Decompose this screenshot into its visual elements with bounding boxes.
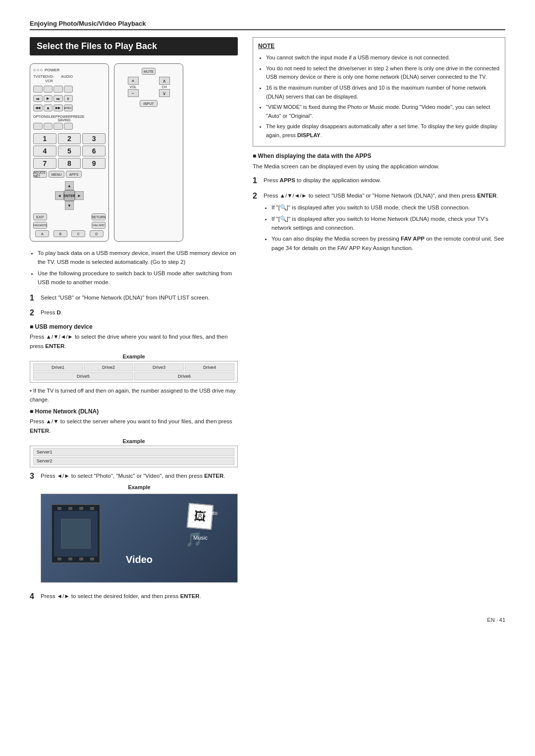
btn-sleep[interactable] xyxy=(44,123,53,130)
option-btn-row xyxy=(33,123,73,130)
btn-9[interactable]: 9 xyxy=(82,158,106,169)
section-header: Enjoying Photo/Music/Video Playback xyxy=(30,20,505,30)
power-dots xyxy=(33,69,43,71)
btn-a[interactable]: A xyxy=(35,230,49,237)
number-grid: 1 2 3 4 5 ○ 6 7 8 9 xyxy=(33,133,106,169)
btn-8[interactable]: 8 xyxy=(58,158,81,169)
usb-example-box: Drive1 Drive2 Drive3 Drive4 Drive5 Drive… xyxy=(30,361,238,383)
btn-ch-down[interactable]: ∨ xyxy=(159,89,170,97)
device-btn-row xyxy=(33,86,73,93)
btn-rew[interactable]: ◀◀ xyxy=(33,104,43,111)
step-4-content: Press ◄/► to select the desired folder, … xyxy=(41,592,238,602)
btn-up[interactable]: ▲ xyxy=(65,181,74,190)
btn-powersaving[interactable] xyxy=(54,123,63,130)
apps-step-2-content: Press ▲/▼/◄/► to select "USB Media" or "… xyxy=(264,191,505,258)
apps-step-1-num: 1 xyxy=(253,176,261,186)
right-column: NOTE You cannot switch the input mode if… xyxy=(253,37,505,607)
btn-menu[interactable]: MENU xyxy=(49,171,64,178)
apps-step-1: 1 Press APPS to display the application … xyxy=(253,176,505,186)
btn-input[interactable]: INPUT xyxy=(140,100,158,107)
btn-apps[interactable]: APPS xyxy=(66,171,82,178)
btn-pause[interactable]: ⏸ xyxy=(64,95,73,102)
btn-2[interactable]: 2 xyxy=(58,133,81,144)
fav-row: FAVORITE FAV APP xyxy=(33,222,106,229)
step-2-num: 2 xyxy=(30,308,38,318)
step-1-num: 1 xyxy=(30,293,38,303)
btn-ff[interactable]: ▶▶ xyxy=(54,104,63,111)
btn-stb[interactable] xyxy=(44,86,53,93)
step-2: 2 Press D. xyxy=(30,308,238,318)
home-example-label: Example xyxy=(30,438,238,444)
btn-left[interactable]: ◄ xyxy=(55,191,64,200)
hole3 xyxy=(79,507,83,510)
dot1 xyxy=(33,69,36,71)
btn-exit[interactable]: EXIT xyxy=(33,213,47,220)
step-1-content: Select "USB" or "Home Network (DLNA)" fr… xyxy=(41,293,238,303)
btn-vol-down[interactable]: − xyxy=(128,89,139,97)
drive-2: Drive2 xyxy=(84,363,133,371)
bottom-row: AQUOS NET MENU APPS xyxy=(33,171,106,178)
intro-bullet-1: To play back data on a USB memory device… xyxy=(38,249,238,267)
film-holes-bottom xyxy=(54,557,98,560)
btn-fwd[interactable]: ⏭ xyxy=(54,95,63,102)
btn-rec[interactable]: ●REC xyxy=(64,104,73,111)
btn-favorite[interactable]: FAVORITE xyxy=(33,222,47,229)
drive-1: Drive1 xyxy=(33,363,83,371)
hole1 xyxy=(57,507,61,510)
note-box: NOTE You cannot switch the input mode if… xyxy=(253,37,505,147)
film-strip xyxy=(51,504,101,563)
btn-audio[interactable] xyxy=(64,86,73,93)
btn-play[interactable]: ▶ xyxy=(44,95,53,102)
btn-aquosnet[interactable]: AQUOS NET xyxy=(33,171,47,178)
btn-6[interactable]: 6 xyxy=(82,146,106,156)
btn-right[interactable]: ► xyxy=(75,191,84,200)
apps-section: When displaying the data with the APPS T… xyxy=(253,152,505,259)
btn-d[interactable]: D xyxy=(90,230,104,237)
tv-label: TV xyxy=(33,74,38,83)
remote-left: POWER TV STB DVD-VCR AUDIO xyxy=(30,63,109,242)
btn-option[interactable] xyxy=(33,123,43,130)
home-network-title: Home Network (DLNA) xyxy=(30,408,238,415)
btn-c[interactable]: C xyxy=(71,230,85,237)
usb-note: • If the TV is turned off and then on ag… xyxy=(30,387,238,404)
btn-b[interactable]: B xyxy=(54,230,67,237)
step-3-content: Press ◄/► to select "Photo", "Music" or … xyxy=(41,471,238,587)
note-title: NOTE xyxy=(258,42,500,51)
btn-ch-up[interactable]: ∧ xyxy=(159,77,170,85)
abcd-row: A B C D xyxy=(33,230,106,237)
btn-tv[interactable] xyxy=(33,86,43,93)
btn-mute[interactable]: MUTE xyxy=(142,68,156,75)
step-2-content: Press D. xyxy=(41,308,238,318)
home-network-subsection: Home Network (DLNA) Press ▲/▼ to select … xyxy=(30,408,238,467)
film-image xyxy=(61,519,91,549)
note-item-5: The key guide display disappears automat… xyxy=(266,122,500,140)
btn-enter[interactable]: ENTER xyxy=(64,190,75,201)
btn-dvdvcr[interactable] xyxy=(54,86,63,93)
btn-vol-up[interactable]: + xyxy=(128,77,139,85)
btn-5[interactable]: 5 ○ xyxy=(58,146,81,156)
btn-down[interactable]: ▼ xyxy=(65,201,74,210)
btn-return[interactable]: RETURN xyxy=(92,213,106,220)
note-item-4: "VIEW MODE" is fixed during the Photo or… xyxy=(266,103,500,120)
step-1: 1 Select "USB" or "Home Network (DLNA)" … xyxy=(30,293,238,303)
btn-favapp[interactable]: FAV APP xyxy=(92,222,106,229)
sleep-label: SLEEP xyxy=(47,115,58,122)
power-label: POWER xyxy=(45,68,59,72)
btn-prev[interactable]: ⏮ xyxy=(33,95,43,102)
btn-1[interactable]: 1 xyxy=(33,133,56,144)
media-example: 🖼 🎵 Video Photo Music xyxy=(41,494,238,583)
btn-3[interactable]: 3 xyxy=(82,133,106,144)
drive-4: Drive4 xyxy=(185,363,234,371)
music-label: Music xyxy=(193,534,208,543)
btn-7[interactable]: 7 xyxy=(33,158,56,169)
ch-group: ∧ CH ∨ xyxy=(159,77,170,97)
main-title: Select the Files to Play Back xyxy=(30,37,238,55)
btn-freeze[interactable] xyxy=(64,123,73,130)
intro-bullet-2: Use the following procedure to switch ba… xyxy=(38,269,238,287)
apps-bullet-1: If "[🔍]" is displayed after you switch t… xyxy=(271,203,505,212)
btn-4[interactable]: 4 xyxy=(33,146,56,156)
arrow-group: ▲ ◄ ENTER ► ▼ xyxy=(33,179,106,212)
btn-stop[interactable]: ■ xyxy=(44,104,53,111)
input-area: INPUT xyxy=(117,100,180,107)
apps-description: The Media screen can be displayed even b… xyxy=(253,162,505,171)
